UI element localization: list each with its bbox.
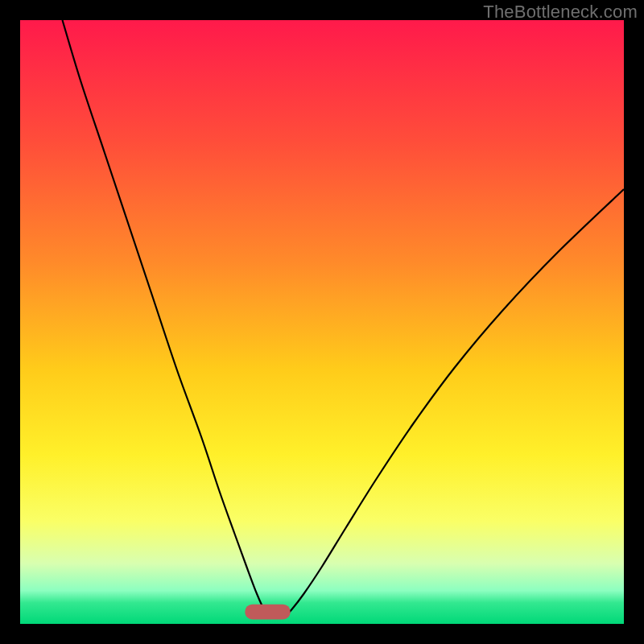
plot-background xyxy=(20,20,624,624)
chart-plot xyxy=(20,20,624,624)
minimum-marker xyxy=(245,605,290,620)
chart-frame: TheBottleneck.com xyxy=(0,0,644,644)
